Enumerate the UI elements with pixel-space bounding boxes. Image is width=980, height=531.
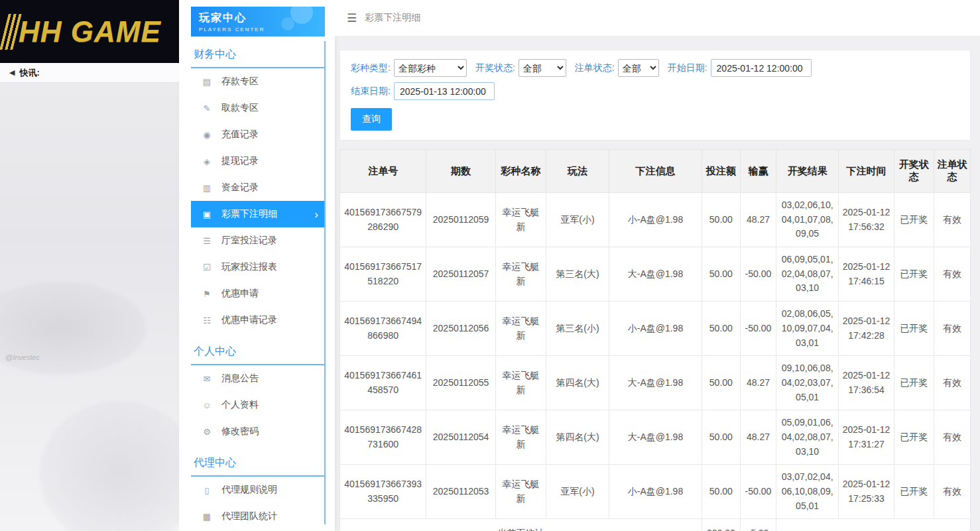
table-cell: 第三名(大) [546,247,609,302]
table-body: 40156917366757928629020250112059幸运飞艇新亚军(… [340,193,971,531]
table-cell: 401569173667517518220 [340,247,426,302]
table-cell: 幸运飞艇新 [495,302,546,356]
column-header: 下注信息 [609,150,702,193]
sidebar-scrollbar[interactable] [324,41,326,524]
sidebar-item-label: 充值记录 [221,129,259,141]
sidebar-item-label: 修改密码 [221,426,259,438]
photo-watermark: @Investec [5,353,40,361]
table-cell: 48.27 [740,410,776,465]
bets-table-card: 注单号期数彩种名称玩法下注信息投注额输赢开奖结果下注时间开奖状态注单状态 401… [339,149,971,531]
sidebar-item-promo-apply-records[interactable]: ☷优惠申请记录 [191,307,325,333]
end-date-filter: 结束日期: [351,82,495,100]
sidebar-item-withdrawal-records[interactable]: ◈提现记录 [191,148,325,174]
summary-win-loss: -5.20 [740,519,776,531]
sidebar-item-change-password[interactable]: ⚙修改密码 [191,418,325,445]
lottery-type-select[interactable]: 全部彩种 [394,59,467,77]
end-date-label: 结束日期: [351,86,391,97]
table-cell: 401569173667461458570 [340,356,426,410]
lottery-bet-details-icon: ▣ [200,209,214,219]
sidebar-item-player-bet-report[interactable]: ☑玩家投注报表 [191,254,325,280]
table-row: 40156917366757928629020250112059幸运飞艇新亚军(… [340,193,971,247]
withdraw-icon: ✎ [200,103,214,113]
table-cell: 有效 [934,247,970,302]
sidebar-item-funds-records[interactable]: ▥资金记录 [191,174,325,201]
sidebar: 玩家中心 PLAYERS CENTER 财务中心▤存款专区✎取款专区◉充值记录◈… [179,0,335,531]
table-cell: 50.00 [702,356,740,410]
table-cell: 已开奖 [894,465,934,519]
table-cell: 03,07,02,04,06,10,08,09,05,01 [776,465,839,519]
table-cell: 幸运飞艇新 [495,410,546,465]
end-date-input[interactable] [394,82,495,100]
background-photo: @Investec [0,83,179,530]
table-cell: 401569173667494866980 [340,302,426,356]
filter-panel: 彩种类型: 全部彩种 开奖状态: 全部 注单状态: [339,50,971,141]
table-cell: 亚军(小) [546,465,609,519]
sidebar-item-messages[interactable]: ✉消息公告 [191,365,325,392]
table-cell: 有效 [934,465,970,519]
sidebar-item-deposit[interactable]: ▤存款专区 [191,68,325,95]
gear-icon: ⚙ [200,427,214,437]
sidebar-item-lottery-bet-details[interactable]: ▣彩票下注明细› [191,201,325,227]
sidebar-item-label: 代理团队统计 [221,510,277,522]
table-cell: 50.00 [702,302,740,356]
lottery-type-label: 彩种类型: [351,62,391,74]
table-cell: 20250112059 [426,193,496,247]
document-icon: ▯ [200,485,214,495]
sidebar-item-agent-rules[interactable]: ▯代理规则说明 [191,477,325,503]
start-date-label: 开始日期: [668,62,707,74]
table-cell: 2025-01-12 17:56:32 [839,193,894,247]
order-status-select[interactable]: 全部 [618,59,659,77]
sidebar-item-agent-team-stats[interactable]: ▦代理团队统计 [191,503,325,530]
table-cell: 已开奖 [894,247,934,302]
table-cell: 401569173667393335950 [340,465,426,519]
promo-apply-icon: ⚑ [200,289,214,299]
sidebar-item-label: 玩家投注报表 [221,261,277,273]
start-date-input[interactable] [711,59,812,77]
table-cell: 已开奖 [894,410,934,465]
table-cell: 401569173667428731600 [340,410,426,465]
table-cell: 48.27 [740,193,776,247]
sidebar-item-profile[interactable]: ☺个人资料 [191,392,325,418]
table-cell: 05,09,01,06,04,02,08,07,03,10 [776,410,839,465]
lottery-type-filter: 彩种类型: 全部彩种 [351,59,467,77]
table-cell: 有效 [934,356,970,410]
table-cell: 02,08,06,05,10,09,07,04,03,01 [776,302,839,356]
table-cell: 第四名(大) [546,410,609,465]
table-cell: 第四名(大) [546,356,609,410]
main-area: ☰ 彩票下注明细 彩种类型: 全部彩种 开奖状态: 全部 [335,0,980,531]
sidebar-item-label: 取款专区 [221,102,259,114]
user-icon: ☺ [200,400,214,410]
summary-empty-cell [776,519,971,531]
sidebar-item-label: 资金记录 [221,182,259,194]
brand-logo[interactable]: HH GAME [0,0,179,63]
search-button[interactable]: 查询 [351,108,392,131]
sidebar-item-label: 个人资料 [221,399,259,411]
sidebar-item-hall-bet-records[interactable]: ☰厅室投注记录 [191,227,325,254]
table-cell: 20250112053 [426,465,496,519]
draw-status-select[interactable]: 全部 [519,59,566,77]
column-header: 玩法 [546,150,609,193]
sidebar-item-withdraw[interactable]: ✎取款专区 [191,95,325,121]
table-row: 40156917366746145857020250112055幸运飞艇新第四名… [340,356,971,410]
table-cell: 401569173667579286290 [340,193,426,247]
table-cell: 50.00 [702,247,740,302]
announcement-icon: ✉ [200,374,214,384]
sidebar-item-label: 提现记录 [221,155,259,167]
sidebar-item-label: 代理规则说明 [221,484,277,496]
funds-records-icon: ▥ [200,183,214,193]
section-heading: 财务中心 [191,36,325,68]
sidebar-item-label: 厅室投注记录 [221,235,277,247]
topbar: ☰ 彩票下注明细 [335,0,980,36]
recharge-records-icon: ◉ [200,130,214,140]
sidebar-item-label: 存款专区 [221,76,259,88]
column-header: 注单号 [340,150,426,193]
sidebar-item-recharge-records[interactable]: ◉充值记录 [191,121,325,148]
draw-status-filter: 开奖状态: 全部 [475,59,566,77]
table-cell: 2025-01-12 17:31:27 [839,410,894,465]
background-panel: HH GAME ◀ 快讯: @Investec [0,0,179,531]
sidebar-item-promo-apply[interactable]: ⚑优惠申请 [191,280,325,307]
start-date-filter: 开始日期: [668,59,812,77]
table-cell: 大-A盘@1.98 [609,410,702,465]
table-row: 40156917366749486698020250112056幸运飞艇新第三名… [340,302,971,356]
menu-toggle-icon[interactable]: ☰ [347,11,357,25]
